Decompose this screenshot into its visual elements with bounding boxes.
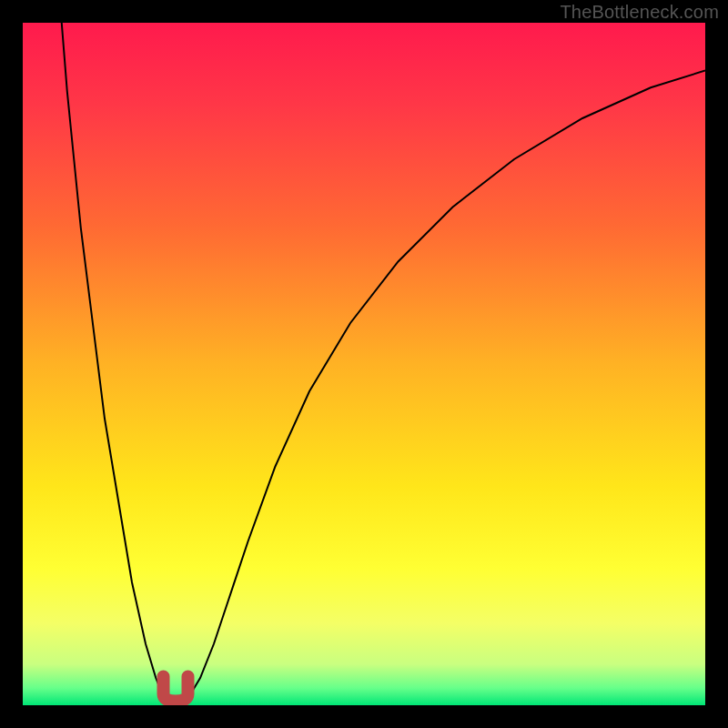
outer-frame: TheBottleneck.com: [0, 0, 728, 728]
plot-area: [23, 23, 705, 705]
watermark-text: TheBottleneck.com: [560, 2, 719, 23]
chart-svg: [23, 23, 705, 705]
gradient-background: [23, 23, 705, 705]
